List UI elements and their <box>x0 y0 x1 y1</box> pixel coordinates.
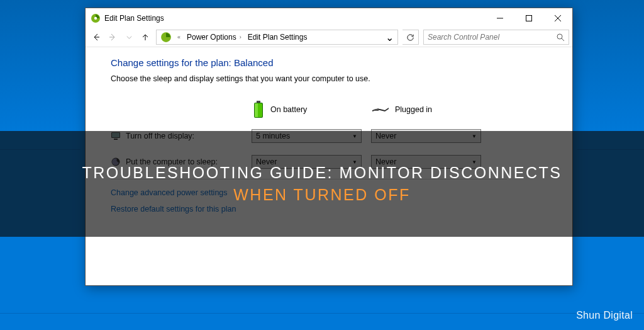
svg-line-10 <box>562 38 564 41</box>
caption-overlay: TROUBLESHOOTING GUIDE: MONITOR DISCONNEC… <box>0 131 644 237</box>
battery-icon <box>252 101 265 118</box>
breadcrumb-parent[interactable]: Power Options› <box>184 30 245 44</box>
search-input[interactable] <box>428 33 556 42</box>
recent-button[interactable] <box>121 30 136 45</box>
app-icon <box>91 13 101 23</box>
power-options-icon <box>160 31 172 43</box>
svg-rect-3 <box>526 15 532 21</box>
column-plugged-in: Plugged in <box>371 101 491 118</box>
breadcrumb-current[interactable]: Edit Plan Settings <box>245 30 311 44</box>
back-button[interactable] <box>89 30 104 45</box>
breadcrumb[interactable]: « Power Options› Edit Plan Settings ⌄ <box>156 30 398 45</box>
watermark: Shun Digital <box>576 310 633 321</box>
titlebar: Edit Plan Settings <box>86 8 572 28</box>
window-title: Edit Plan Settings <box>104 14 486 23</box>
page-heading: Change settings for the plan: Balanced <box>111 57 572 68</box>
search-icon[interactable] <box>556 33 565 42</box>
column-on-battery: On battery <box>252 101 371 118</box>
svg-point-1 <box>94 16 97 19</box>
up-button[interactable] <box>138 30 153 45</box>
address-bar: « Power Options› Edit Plan Settings ⌄ <box>86 28 572 47</box>
svg-rect-14 <box>255 103 258 117</box>
overlay-line1: TROUBLESHOOTING GUIDE: MONITOR DISCONNEC… <box>82 164 562 182</box>
overlay-line2: WHEN TURNED OFF <box>233 186 410 204</box>
chevron-left-icon: « <box>177 34 180 40</box>
plug-icon <box>371 103 390 116</box>
minimize-button[interactable] <box>486 8 514 28</box>
forward-button[interactable] <box>105 30 120 45</box>
svg-rect-11 <box>257 101 260 103</box>
refresh-button[interactable] <box>402 30 419 45</box>
chevron-right-icon: › <box>240 34 242 40</box>
close-button[interactable] <box>543 8 572 28</box>
chevron-down-icon[interactable]: ⌄ <box>386 31 396 43</box>
maximize-button[interactable] <box>514 8 543 28</box>
page-subheading: Choose the sleep and display settings th… <box>111 74 572 83</box>
search-box[interactable] <box>423 30 569 45</box>
svg-point-9 <box>557 34 562 39</box>
